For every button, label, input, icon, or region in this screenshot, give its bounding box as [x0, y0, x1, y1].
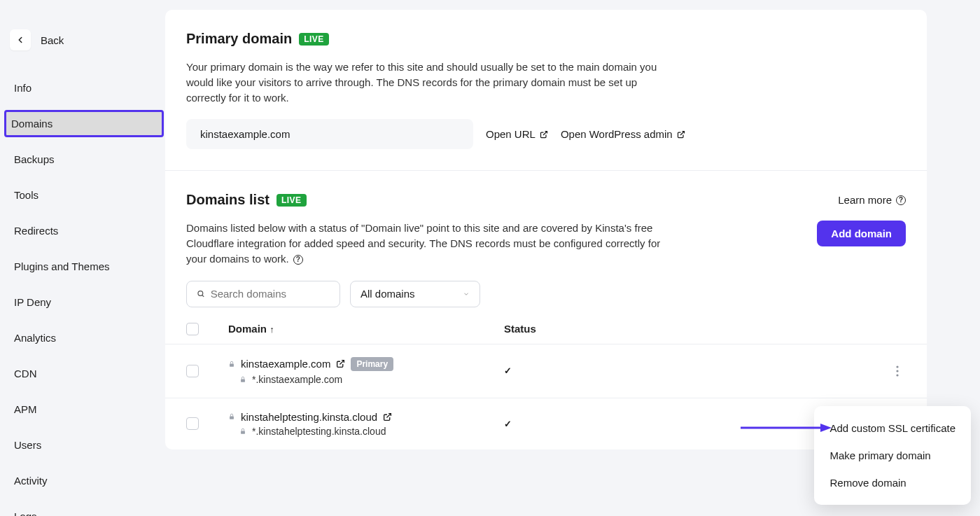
nav-item-analytics[interactable]: Analytics — [7, 324, 158, 351]
kebab-icon — [896, 365, 899, 377]
nav-item-users[interactable]: Users — [7, 431, 158, 459]
row-checkbox[interactable] — [186, 417, 199, 430]
search-domains-field[interactable] — [211, 288, 330, 300]
sidebar-nav: Info Domains Backups Tools Redirects Plu… — [7, 74, 158, 516]
primary-tag: Primary — [351, 357, 393, 371]
column-header-status[interactable]: Status — [504, 323, 588, 335]
menu-item-add-ssl[interactable]: Add custom SSL certificate — [814, 414, 971, 442]
row-actions-menu: Add custom SSL certificate Make primary … — [814, 406, 971, 505]
row-actions-button[interactable] — [889, 363, 906, 379]
sidebar: Back Info Domains Backups Tools Redirect… — [0, 0, 165, 516]
svg-rect-10 — [230, 417, 234, 419]
nav-item-info[interactable]: Info — [7, 74, 158, 102]
wildcard-domain: *.kinstahelptesting.kinsta.cloud — [252, 426, 386, 437]
external-link-icon[interactable] — [383, 412, 392, 421]
back-label: Back — [41, 34, 64, 46]
lock-icon — [239, 427, 246, 435]
primary-domain-section: Primary domain LIVE Your primary domain … — [165, 10, 927, 170]
row-checkbox[interactable] — [186, 365, 199, 377]
column-header-domain[interactable]: Domain ↑ — [228, 323, 504, 335]
table-row: kinstahelptesting.kinsta.cloud *.kinstah… — [165, 398, 927, 449]
open-wp-admin-link[interactable]: Open WordPress admin — [561, 128, 685, 140]
domains-list-description: Domains listed below with a status of "D… — [186, 221, 662, 266]
svg-point-8 — [896, 370, 898, 372]
svg-point-9 — [896, 374, 898, 376]
svg-rect-6 — [241, 379, 245, 382]
table-row: kinstaexample.com Primary *.kinstaexampl… — [165, 344, 927, 398]
nav-item-logs[interactable]: Logs — [7, 503, 158, 516]
domains-list-title: Domains list — [186, 192, 270, 208]
lock-icon — [228, 360, 235, 368]
domain-name: kinstahelptesting.kinsta.cloud — [241, 411, 377, 423]
domains-list-section: Domains list LIVE Learn more ? Domains l… — [165, 170, 927, 322]
svg-line-11 — [387, 413, 391, 417]
menu-item-make-primary[interactable]: Make primary domain — [814, 442, 971, 469]
status-ok-icon: ✓ — [504, 419, 588, 429]
nav-item-backups[interactable]: Backups — [7, 146, 158, 173]
learn-more-link[interactable]: Learn more ? — [838, 194, 906, 206]
external-link-icon — [677, 130, 685, 139]
help-circle-icon[interactable]: ? — [293, 255, 303, 265]
open-wp-label: Open WordPress admin — [561, 128, 673, 140]
search-domains-input[interactable] — [186, 281, 340, 307]
status-ok-icon: ✓ — [504, 365, 588, 376]
wildcard-domain: *.kinstaexample.com — [252, 374, 342, 385]
open-url-link[interactable]: Open URL — [486, 128, 548, 140]
nav-item-domains[interactable]: Domains — [4, 110, 164, 137]
lock-icon — [228, 412, 235, 421]
live-badge: LIVE — [299, 33, 329, 46]
svg-point-7 — [896, 365, 898, 368]
nav-item-activity[interactable]: Activity — [7, 467, 158, 494]
nav-item-plugins-themes[interactable]: Plugins and Themes — [7, 253, 158, 280]
domains-table: Domain ↑ Status kinstaexample.com — [165, 323, 927, 449]
domain-name: kinstaexample.com — [241, 358, 330, 370]
add-domain-button[interactable]: Add domain — [817, 221, 906, 246]
select-all-checkbox[interactable] — [186, 323, 199, 335]
primary-domain-description: Your primary domain is the way we refer … — [186, 60, 662, 105]
svg-line-3 — [202, 295, 204, 297]
learn-more-label: Learn more — [838, 194, 892, 206]
svg-line-5 — [340, 361, 344, 365]
primary-domain-value: kinstaexample.com — [186, 119, 473, 149]
live-badge: LIVE — [276, 194, 307, 207]
nav-item-redirects[interactable]: Redirects — [7, 217, 158, 244]
nav-item-ip-deny[interactable]: IP Deny — [7, 288, 158, 316]
svg-rect-4 — [230, 363, 234, 366]
menu-item-remove-domain[interactable]: Remove domain — [814, 469, 971, 496]
table-header: Domain ↑ Status — [165, 323, 927, 344]
external-link-icon[interactable] — [336, 359, 345, 368]
search-icon — [197, 289, 205, 298]
filter-domains-select[interactable]: All domains — [350, 281, 480, 307]
nav-item-cdn[interactable]: CDN — [7, 360, 158, 387]
svg-line-1 — [680, 131, 685, 135]
svg-line-0 — [543, 131, 547, 135]
primary-domain-title: Primary domain — [186, 31, 292, 47]
back-button[interactable]: Back — [7, 25, 66, 55]
help-circle-icon: ? — [896, 195, 906, 205]
domains-card: Primary domain LIVE Your primary domain … — [165, 10, 927, 449]
back-arrow-icon — [10, 29, 31, 50]
svg-rect-12 — [241, 431, 245, 433]
nav-item-tools[interactable]: Tools — [7, 181, 158, 209]
sort-asc-icon: ↑ — [270, 324, 274, 335]
open-url-label: Open URL — [486, 128, 536, 140]
svg-point-2 — [198, 291, 203, 296]
nav-item-apm[interactable]: APM — [7, 396, 158, 423]
external-link-icon — [540, 130, 548, 139]
filter-label: All domains — [360, 288, 415, 300]
chevron-down-icon — [463, 291, 470, 298]
lock-icon — [239, 375, 246, 384]
